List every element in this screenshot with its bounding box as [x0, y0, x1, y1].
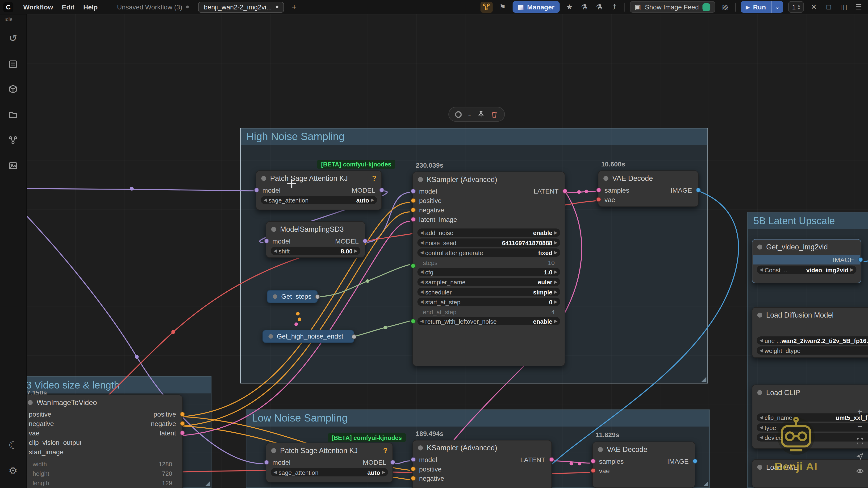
- input-port-model[interactable]: [410, 457, 415, 462]
- widget-sage-attention[interactable]: sage_attention auto: [261, 196, 377, 204]
- node-vae-decode-low[interactable]: VAE Decode samples IMAGE vae: [592, 442, 695, 488]
- widget-prev-icon[interactable]: [760, 425, 763, 430]
- collapse-dot-icon[interactable]: [757, 244, 762, 249]
- widget-next-icon[interactable]: [554, 290, 557, 294]
- node-header[interactable]: Load Diffusion Model: [752, 307, 868, 322]
- run-button[interactable]: ▶ Run: [741, 3, 771, 11]
- widget-next-icon[interactable]: [850, 267, 854, 272]
- share-icon[interactable]: ⤴: [609, 3, 619, 11]
- node-header[interactable]: VAE Decode: [593, 442, 695, 456]
- new-tab-button[interactable]: +: [292, 2, 297, 11]
- node-header[interactable]: KSampler (Advanced): [413, 172, 565, 187]
- output-port-image[interactable]: [858, 257, 863, 262]
- gallery-icon[interactable]: [5, 158, 21, 173]
- menu-help[interactable]: Help: [79, 3, 102, 11]
- widget-prev-icon[interactable]: [760, 338, 763, 343]
- image-feed-toggle-on[interactable]: [703, 3, 710, 11]
- group-title[interactable]: 5B Latent Upscale: [748, 213, 868, 229]
- input-port-latent-image[interactable]: [410, 217, 415, 222]
- collapse-dot-icon[interactable]: [271, 227, 276, 231]
- widget-prev-icon[interactable]: [760, 415, 763, 420]
- node-ksampler-advanced-low[interactable]: KSampler (Advanced) model LATENT positiv…: [412, 440, 552, 488]
- model-library-icon[interactable]: [5, 81, 21, 97]
- output-port-positive[interactable]: [180, 412, 185, 417]
- zoom-in-icon[interactable]: +: [854, 405, 866, 417]
- bookmark-icon[interactable]: ⚑: [498, 3, 507, 11]
- collapse-dot-icon[interactable]: [28, 400, 33, 405]
- input-port-vae[interactable]: [590, 468, 595, 473]
- input-port-model[interactable]: [264, 238, 269, 243]
- node-ksampler-advanced-high[interactable]: KSampler (Advanced) model LATENT positiv…: [412, 172, 565, 366]
- run-options-chevron[interactable]: ⌄: [772, 3, 783, 10]
- beaker-alt-icon[interactable]: ⚗: [594, 3, 604, 11]
- tab-benji-wan22-img2vid[interactable]: benji_wan2-2_img2vi...: [198, 1, 284, 12]
- widget-sampler-name[interactable]: sampler_name euler: [417, 278, 560, 286]
- input-port-model[interactable]: [254, 188, 259, 193]
- collapse-dot-icon[interactable]: [273, 294, 277, 299]
- help-icon[interactable]: ?: [372, 174, 376, 182]
- widget-prev-icon[interactable]: [273, 249, 277, 253]
- input-port-positive[interactable]: [410, 466, 415, 471]
- input-port-model[interactable]: [264, 460, 269, 465]
- widget-prev-icon[interactable]: [273, 470, 277, 475]
- zoom-out-icon[interactable]: −: [854, 420, 866, 432]
- output-port-image[interactable]: [692, 459, 697, 464]
- panel-toggle-icon[interactable]: ◫: [839, 3, 849, 11]
- output-port-model[interactable]: [390, 460, 395, 465]
- queue-icon[interactable]: [5, 56, 21, 71]
- node-wan-image-to-video[interactable]: WanImageToVideo positive positive negati…: [27, 394, 183, 488]
- menu-edit[interactable]: Edit: [58, 3, 79, 11]
- node-get-high-noise-endst[interactable]: Get_high_noise_endst: [262, 330, 354, 343]
- node-model-sampling-sd3[interactable]: ModelSamplingSD3 model MODEL shift 8.00: [266, 221, 365, 258]
- node-get-video-img2vid[interactable]: Get_video_img2vid IMAGE Const ... video_…: [752, 239, 861, 283]
- widget-next-icon[interactable]: [554, 231, 557, 235]
- theme-toggle-moon-icon[interactable]: ☾: [5, 437, 21, 453]
- collapse-dot-icon[interactable]: [598, 447, 603, 452]
- node-patch-sage-attention-low[interactable]: Patch Sage Attention KJ ? model MODEL sa…: [266, 443, 393, 483]
- node-header[interactable]: Patch Sage Attention KJ ?: [266, 443, 393, 458]
- node-header[interactable]: WanImageToVideo: [27, 395, 182, 410]
- input-port-negative[interactable]: [410, 476, 415, 481]
- photo-library-icon[interactable]: ▨: [720, 3, 730, 11]
- widget-prev-icon[interactable]: [420, 231, 423, 235]
- group-title[interactable]: High Noise Sampling: [241, 128, 707, 145]
- widget-scheduler[interactable]: scheduler simple: [417, 288, 560, 296]
- widget-unet-name[interactable]: une ... wan2_2\wan2.2_ti2v_5B_fp16.sa: [757, 336, 868, 345]
- trash-icon[interactable]: [491, 110, 498, 118]
- comfyui-logo[interactable]: C: [3, 2, 13, 12]
- widget-noise-seed[interactable]: noise_seed 641169741870888: [417, 238, 560, 247]
- widget-prev-icon[interactable]: [420, 240, 423, 245]
- node-header[interactable]: KSampler (Advanced): [413, 441, 552, 455]
- star-icon[interactable]: ★: [564, 3, 574, 11]
- tab-unsaved-workflow[interactable]: Unsaved Workflow (3): [112, 2, 194, 12]
- widget-next-icon[interactable]: [371, 198, 374, 202]
- node-load-diffusion-model[interactable]: Load Diffusion Model une ... wan2_2\wan2…: [752, 307, 868, 358]
- widget-cfg[interactable]: cfg 1.0: [417, 268, 560, 276]
- input-port-samples[interactable]: [590, 459, 595, 464]
- color-swatch-icon[interactable]: [455, 111, 462, 118]
- pin-icon[interactable]: [477, 110, 485, 118]
- widget-next-icon[interactable]: [554, 240, 557, 245]
- output-port-model[interactable]: [362, 238, 367, 243]
- history-icon[interactable]: ↺: [5, 30, 21, 46]
- widget-next-icon[interactable]: [354, 249, 358, 253]
- widget-prev-icon[interactable]: [420, 280, 423, 284]
- widget-prev-icon[interactable]: [420, 250, 423, 255]
- output-port-negative[interactable]: [180, 421, 185, 426]
- widget-start-at-step[interactable]: start_at_step 0: [417, 298, 560, 306]
- widget-weight-dtype[interactable]: weight_dtype: [757, 346, 868, 355]
- collapse-dot-icon[interactable]: [271, 448, 276, 453]
- input-port-positive[interactable]: [410, 198, 415, 203]
- widget-prev-icon[interactable]: [760, 267, 763, 272]
- eye-visibility-icon[interactable]: [854, 465, 866, 477]
- widget-prev-icon[interactable]: [760, 435, 763, 440]
- output-port-latent[interactable]: [562, 189, 567, 194]
- node-header[interactable]: Load CLIP: [752, 385, 868, 399]
- group-title[interactable]: Low Noise Sampling: [246, 410, 709, 426]
- show-image-feed-button[interactable]: ▣ Show Image Feed: [630, 1, 715, 13]
- widget-prev-icon[interactable]: [420, 290, 423, 294]
- collapse-dot-icon[interactable]: [418, 445, 423, 450]
- widget-prev-icon[interactable]: [760, 348, 763, 353]
- collapse-dot-icon[interactable]: [757, 464, 762, 469]
- interrupt-icon[interactable]: ✕: [809, 3, 819, 11]
